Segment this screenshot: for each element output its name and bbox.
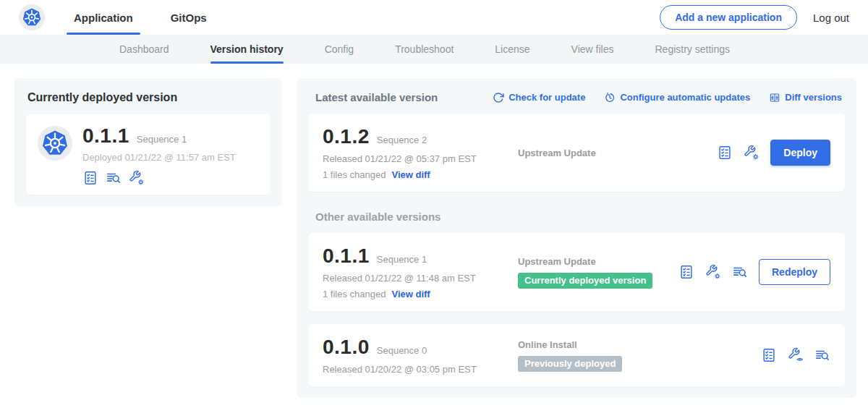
release-notes-icon[interactable] xyxy=(761,347,777,363)
sequence-label: Sequence 0 xyxy=(377,345,427,356)
subnav-tab-registry-settings[interactable]: Registry settings xyxy=(655,35,729,64)
logout-link[interactable]: Log out xyxy=(813,12,849,24)
sequence-label: Sequence 1 xyxy=(377,254,427,265)
configure-automatic-updates-label: Configure automatic updates xyxy=(620,92,750,103)
edit-config-icon[interactable] xyxy=(129,170,145,186)
version-history-header: Latest available version Check for updat… xyxy=(315,91,842,103)
subnav-tab-license[interactable]: License xyxy=(495,35,529,64)
version-row-info: 0.1.2 Sequence 2 Released 01/21/22 @ 05:… xyxy=(323,125,503,180)
currently-deployed-badge: Currently deployed version xyxy=(518,273,652,289)
other-versions-title: Other available versions xyxy=(315,211,845,223)
release-notes-icon[interactable] xyxy=(717,145,733,161)
deploy-logs-icon[interactable] xyxy=(814,347,830,363)
deployed-version-number: 0.1.1 xyxy=(82,124,129,148)
deployed-actions xyxy=(82,170,236,186)
source-label: Upstream Update xyxy=(518,148,717,158)
subnav-tab-version-history[interactable]: Version history xyxy=(210,35,284,64)
source-label: Online Install xyxy=(518,339,761,350)
schedule-update-icon xyxy=(604,92,616,103)
version-row-0-1-0: 0.1.0 Sequence 0 Released 01/20/22 @ 03:… xyxy=(308,324,845,386)
subnav-tab-troubleshoot[interactable]: Troubleshoot xyxy=(395,35,454,64)
app-tabs: Application GitOps xyxy=(71,0,242,35)
version-row-0-1-2: 0.1.2 Sequence 2 Released 01/21/22 @ 05:… xyxy=(308,114,845,192)
deployed-version-info: 0.1.1 Sequence 1 Deployed 01/21/22 @ 11:… xyxy=(82,124,236,186)
latest-version-title: Latest available version xyxy=(315,91,438,103)
version-history-actions: Check for update Configure automatic upd… xyxy=(493,92,842,103)
refresh-icon xyxy=(493,92,504,103)
configure-automatic-updates-link[interactable]: Configure automatic updates xyxy=(604,92,750,103)
main-content: Currently deployed version 0.1.1 Sequenc… xyxy=(0,64,868,398)
released-timestamp: Released 01/21/22 @ 05:37 pm EST xyxy=(323,153,503,164)
sequence-label: Sequence 2 xyxy=(377,135,427,145)
deploy-button[interactable]: Deploy xyxy=(770,140,830,166)
check-for-update-label: Check for update xyxy=(509,92,585,103)
version-row-actions: Redeploy xyxy=(678,259,830,285)
version-number: 0.1.1 xyxy=(323,245,370,268)
release-notes-icon[interactable] xyxy=(82,170,98,186)
kubernetes-logo[interactable] xyxy=(19,4,45,30)
app-avatar xyxy=(38,126,72,161)
tab-application[interactable]: Application xyxy=(71,0,136,35)
version-source: Upstream Update xyxy=(503,148,717,158)
version-row-info: 0.1.1 Sequence 1 Released 01/21/22 @ 11:… xyxy=(323,245,503,299)
version-source: Upstream Update Currently deployed versi… xyxy=(503,256,678,289)
deploy-logs-icon[interactable] xyxy=(732,264,748,280)
version-number: 0.1.2 xyxy=(323,125,370,148)
app-header: Application GitOps Add a new application… xyxy=(0,0,868,35)
source-label: Upstream Update xyxy=(518,256,678,267)
check-for-update-link[interactable]: Check for update xyxy=(493,92,585,103)
diff-versions-icon xyxy=(769,92,780,103)
deployed-sequence-label: Sequence 1 xyxy=(137,134,187,145)
view-diff-link[interactable]: View diff xyxy=(391,289,430,299)
version-row-info: 0.1.0 Sequence 0 Released 01/20/22 @ 03:… xyxy=(323,336,503,375)
deployed-panel-title: Currently deployed version xyxy=(27,91,271,104)
edit-config-icon[interactable] xyxy=(705,264,721,280)
released-timestamp: Released 01/21/22 @ 11:48 am EST xyxy=(323,273,503,284)
currently-deployed-panel: Currently deployed version 0.1.1 Sequenc… xyxy=(14,78,282,206)
subnav-tab-dashboard[interactable]: Dashboard xyxy=(119,35,169,64)
deployed-version-card: 0.1.1 Sequence 1 Deployed 01/21/22 @ 11:… xyxy=(26,114,271,195)
version-row-actions: Deploy xyxy=(717,140,830,166)
add-application-button[interactable]: Add a new application xyxy=(660,5,797,30)
deploy-logs-icon[interactable] xyxy=(106,170,122,186)
view-diff-link[interactable]: View diff xyxy=(391,169,430,180)
deployed-timestamp: Deployed 01/21/22 @ 11:57 am EST xyxy=(82,152,236,163)
version-row-0-1-1: 0.1.1 Sequence 1 Released 01/21/22 @ 11:… xyxy=(308,233,845,311)
files-changed-label: 1 files changed xyxy=(323,169,386,180)
diff-versions-link[interactable]: Diff versions xyxy=(769,92,842,103)
view-config-icon[interactable] xyxy=(788,347,804,363)
previously-deployed-badge: Previously deployed xyxy=(518,356,622,372)
app-subnav: Dashboard Version history Config Trouble… xyxy=(0,35,868,64)
files-changed-label: 1 files changed xyxy=(323,289,386,299)
kubernetes-logo-icon xyxy=(21,7,43,28)
subnav-tab-config[interactable]: Config xyxy=(325,35,354,64)
version-row-actions xyxy=(761,347,830,363)
kubernetes-logo-icon xyxy=(40,128,70,158)
header-right: Add a new application Log out xyxy=(660,0,849,35)
released-timestamp: Released 01/20/22 @ 03:05 pm EST xyxy=(323,364,503,375)
diff-versions-label: Diff versions xyxy=(785,92,842,103)
version-history-panel: Latest available version Check for updat… xyxy=(297,78,856,398)
tab-gitops[interactable]: GitOps xyxy=(168,0,210,35)
subnav-tab-view-files[interactable]: View files xyxy=(571,35,614,64)
release-notes-icon[interactable] xyxy=(678,264,694,280)
redeploy-button[interactable]: Redeploy xyxy=(759,259,830,285)
version-number: 0.1.0 xyxy=(323,336,370,359)
edit-config-icon[interactable] xyxy=(744,145,760,161)
version-source: Online Install Previously deployed xyxy=(503,339,761,372)
